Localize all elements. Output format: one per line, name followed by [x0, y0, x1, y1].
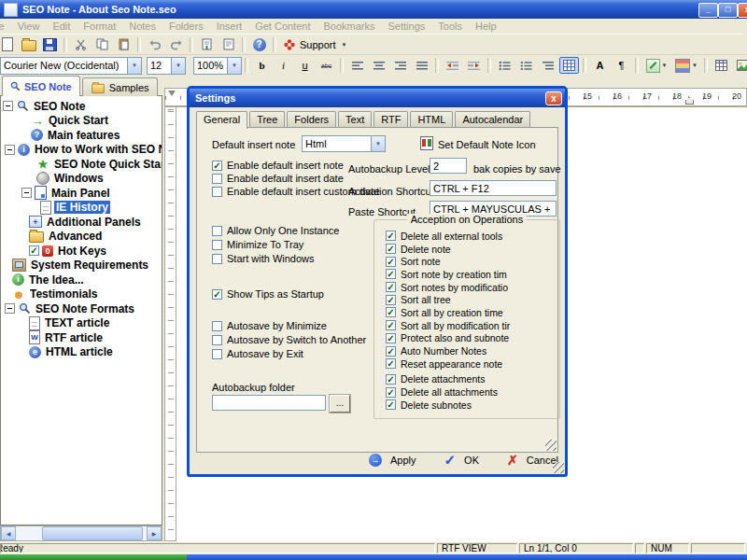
checkbox-sort-note[interactable]: Sort note: [386, 255, 556, 268]
collapse-expander[interactable]: [3, 101, 13, 111]
scroll-left-arrow-icon[interactable]: ◀: [1, 526, 16, 540]
menu-view[interactable]: View: [11, 21, 47, 32]
default-insert-note-combo[interactable]: Html ▼: [302, 135, 386, 152]
preview-button[interactable]: [218, 36, 238, 53]
align-right-button[interactable]: [390, 57, 410, 74]
decrease-indent-button[interactable]: [443, 57, 462, 74]
show-table-grid-button[interactable]: [559, 57, 579, 74]
highlight-color-button[interactable]: ▼: [672, 57, 700, 74]
checkbox-delete-note[interactable]: Delete note: [386, 243, 556, 256]
maximize-button[interactable]: □: [718, 3, 738, 18]
menu-format[interactable]: Format: [77, 21, 122, 32]
checkbox-autosave-by-exit[interactable]: Autosave by Exit: [212, 348, 303, 359]
checkbox-delete-attachments[interactable]: Delete attachments: [386, 373, 556, 386]
dialog-close-button[interactable]: [545, 91, 562, 105]
menu-notes[interactable]: Notes: [122, 21, 162, 32]
tree-item-seo-note-formats[interactable]: SEO Note Formats: [1, 301, 162, 316]
cancel-button[interactable]: Cancel: [507, 454, 558, 467]
menu-file[interactable]: File: [0, 21, 11, 32]
scrollbar-thumb[interactable]: [42, 526, 143, 540]
tab-samples[interactable]: Samples: [82, 77, 158, 96]
edit-color-button[interactable]: ▼: [642, 57, 670, 74]
apply-button[interactable]: Apply: [369, 454, 416, 467]
align-center-button[interactable]: [369, 57, 388, 74]
set-default-note-icon-link[interactable]: Set Default Note Icon: [438, 139, 536, 150]
tab-text[interactable]: Text: [338, 111, 372, 127]
menu-help[interactable]: Help: [469, 21, 503, 32]
paste-button[interactable]: [114, 36, 134, 53]
tab-html[interactable]: HTML: [410, 111, 453, 127]
tree-item-additional-panels[interactable]: Additional Panels: [1, 215, 162, 230]
collapse-expander[interactable]: [21, 188, 32, 198]
outline-list-button[interactable]: [538, 57, 557, 74]
cut-button[interactable]: [71, 36, 91, 53]
menu-edit[interactable]: Edit: [46, 21, 77, 32]
tree-item-text-article[interactable]: TEXT article: [1, 316, 162, 331]
checkbox-autosave-by-switch[interactable]: Autosave by Switch to Another: [212, 334, 366, 345]
tab-autocalendar[interactable]: Autocalendar: [455, 111, 530, 127]
checkbox-sort-all-by-creation-time[interactable]: Sort all by creation time: [386, 306, 556, 319]
autobackup-folder-input[interactable]: [212, 395, 326, 411]
close-button[interactable]: x: [738, 3, 747, 18]
numbered-list-button[interactable]: [516, 57, 536, 74]
tree-item-system-requirements[interactable]: System Requirements: [1, 259, 162, 273]
tree-item-quick-start[interactable]: Quick Start: [1, 114, 162, 129]
tab-folders[interactable]: Folders: [287, 111, 336, 127]
checkbox-delete-all-attachments[interactable]: Delete all attachments: [386, 385, 556, 399]
tree-item-main-features[interactable]: Main features: [1, 128, 162, 143]
underline-button[interactable]: u: [295, 57, 315, 74]
checkbox-sort-all-by-modification-time[interactable]: Sort all by modification tir: [386, 319, 556, 332]
checkbox-sort-note-by-creation-time[interactable]: Sort note by creation tim: [386, 268, 556, 281]
tab-rtf[interactable]: RTF: [374, 111, 408, 127]
tab-general[interactable]: General: [196, 111, 247, 129]
font-family-combo[interactable]: Courier New (Occidental) ▼: [0, 57, 142, 75]
copy-button[interactable]: [92, 36, 112, 53]
tab-seo-note[interactable]: SEO Note: [2, 76, 80, 96]
checkbox-start-with-windows[interactable]: Start with Windows: [212, 253, 315, 264]
save-button[interactable]: [40, 36, 60, 53]
collapse-expander[interactable]: [5, 303, 15, 314]
checkbox-allow-only-one-instance[interactable]: Allow Only One Instance: [212, 225, 339, 236]
font-size-combo[interactable]: 12 ▼: [147, 57, 186, 75]
browse-folder-button[interactable]: ...: [330, 395, 350, 413]
strikethrough-button[interactable]: abc: [317, 57, 336, 74]
ok-button[interactable]: OK: [444, 454, 479, 467]
bold-button[interactable]: b: [252, 57, 272, 74]
menu-settings[interactable]: Settings: [382, 21, 432, 32]
align-left-button[interactable]: [347, 57, 367, 74]
tree-horizontal-scrollbar[interactable]: ◀ ▶: [0, 525, 162, 541]
help-button[interactable]: [249, 36, 269, 53]
checkbox-delete-all-external-tools[interactable]: Delete all external tools: [386, 230, 556, 243]
checkbox-sort-notes-by-modification[interactable]: Sort notes by modificatio: [386, 281, 556, 294]
tree-item-seo-note-quick-start[interactable]: SEO Note Quick Start: [1, 157, 162, 172]
tree-item-ie-history[interactable]: IE History: [1, 201, 162, 216]
tree-item-html-article[interactable]: HTML article: [1, 345, 162, 360]
tree-checkbox[interactable]: [29, 245, 39, 256]
checkbox-delete-subnotes[interactable]: Delete subnotes: [386, 399, 556, 412]
zoom-combo[interactable]: 100% ▼: [193, 57, 242, 75]
italic-button[interactable]: i: [274, 57, 293, 74]
checkbox-show-tips-as-startup[interactable]: Show Tips as Startup: [212, 288, 324, 300]
scrollbar-track[interactable]: [16, 526, 147, 540]
checkbox-autosave-by-minimize[interactable]: Autosave by Minimize: [212, 320, 327, 331]
checkbox-sort-all-tree[interactable]: Sort all tree: [386, 293, 556, 306]
font-dialog-button[interactable]: A: [590, 57, 610, 74]
checkbox-auto-number-notes[interactable]: Auto Number Notes: [386, 344, 556, 357]
support-button[interactable]: Support ▼: [279, 38, 350, 51]
menu-bookmarks[interactable]: Bookmarks: [317, 21, 381, 32]
paragraph-marks-button[interactable]: ¶: [612, 57, 631, 74]
checkbox-protect-also-and-subnote[interactable]: Protect also and subnote: [386, 332, 556, 345]
export-button[interactable]: [197, 36, 217, 53]
windows-taskbar[interactable]: [0, 554, 747, 560]
scroll-right-arrow-icon[interactable]: ▶: [147, 526, 162, 540]
insert-table-button[interactable]: [712, 57, 731, 74]
collapse-expander[interactable]: [5, 145, 15, 155]
increase-indent-button[interactable]: [464, 57, 484, 74]
menu-tools[interactable]: Tools: [431, 21, 469, 32]
tree-item-hot-keys[interactable]: Hot Keys: [1, 244, 162, 259]
tree-item-the-idea[interactable]: The Idea...: [1, 273, 162, 287]
menu-insert[interactable]: Insert: [210, 21, 249, 32]
start-button-edge[interactable]: [0, 554, 187, 560]
tree-item-main-panel[interactable]: Main Panel: [1, 186, 162, 201]
redo-button[interactable]: [166, 36, 186, 53]
